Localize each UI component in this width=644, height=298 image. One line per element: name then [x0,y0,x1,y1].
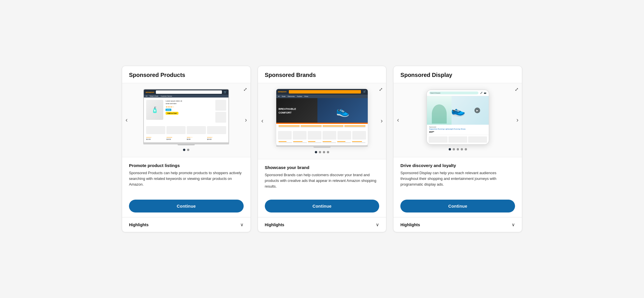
card-title-sponsored-products: Sponsored Products [129,72,244,78]
highlights-label-sp: Highlights [129,222,148,227]
dot-2-sp [187,149,189,151]
dot-4-sb [327,151,329,153]
dot-4-sd [461,148,463,150]
highlights-label-sd: Highlights [400,222,420,227]
sd-product-thumbs [427,135,489,144]
carousel-next-sponsored-brands[interactable]: › [378,115,385,127]
expand-sponsored-display[interactable]: ⤢ [515,87,518,92]
highlights-label-sb: Highlights [265,222,284,227]
card-title-sponsored-brands: Sponsored Brands [265,72,379,78]
card-description-sd: Sponsored Display can help you reach rel… [400,170,515,187]
expand-sponsored-products[interactable]: ⤢ [243,87,247,92]
card-image-section-sponsored-products: ‹ ⤢ amazon 🛒 All Today's Deals Customer … [122,83,251,157]
dot-1-sb [315,151,317,153]
chevron-down-icon-sp: ∨ [240,222,244,227]
card-footer-sp: Continue [122,195,251,217]
highlights-section-sd[interactable]: Highlights ∨ [393,217,522,232]
sb-mock-screen: amazon 🛒 All Deals Electronics Fashion P… [276,89,368,145]
sd-mock-screen: Search Amazon 🎤 📷 👟 ▶ Sponsored [426,90,489,145]
card-footer-sd: Continue [393,195,522,217]
chevron-down-icon-sd: ∨ [512,222,515,227]
dot-2-sd [453,148,455,150]
card-content-sponsored-products: Promote product listings Sponsored Produ… [122,157,251,195]
card-sponsored-display: Sponsored Display ‹ ⤢ Search Amazon 🎤 📷 [393,66,522,232]
carousel-dots-sp [183,149,189,151]
card-subtitle-sd: Drive discovery and loyalty [400,163,515,168]
chevron-down-icon-sb: ∨ [376,222,379,227]
card-image-section-sponsored-display: ‹ ⤢ Search Amazon 🎤 📷 👟 [393,83,522,157]
cart-icon-sp: 🛒 [224,91,227,94]
product-stars: ★★★★☆ [166,106,212,108]
card-subtitle-sb: Showcase your brand [265,165,379,170]
cart-icon-sb: 🛒 [363,90,366,93]
sd-hero-image: 👟 ▶ [427,96,489,125]
dot-1-sd [449,148,451,150]
carousel-next-sponsored-products[interactable]: › [243,114,249,126]
card-subtitle-sp: Promote product listings [129,163,244,168]
card-header-sponsored-display: Sponsored Display [393,66,522,83]
sd-product-info: Sponsored Supportive Running Lightweight… [427,125,489,135]
card-footer-sb: Continue [258,195,386,217]
carousel-dots-sb [315,151,329,153]
continue-button-sd[interactable]: Continue [400,200,515,212]
carousel-dots-sd [449,148,467,150]
card-header-sponsored-products: Sponsored Products [122,66,251,83]
card-header-sponsored-brands: Sponsored Brands [258,66,386,83]
carousel-next-sponsored-display[interactable]: › [514,114,521,126]
card-sponsored-products: Sponsored Products ‹ ⤢ amazon 🛒 All Toda [122,66,251,232]
continue-button-sp[interactable]: Continue [129,200,244,212]
cards-container: Sponsored Products ‹ ⤢ amazon 🛒 All Toda [122,66,522,232]
product-image-sp [146,100,163,120]
amazon-logo-sb: amazon [278,90,287,93]
carousel-prev-sponsored-display[interactable]: ‹ [395,114,401,126]
card-content-sponsored-brands: Showcase your brand Sponsored Brands can… [258,159,386,195]
highlights-section-sp[interactable]: Highlights ∨ [122,217,251,232]
expand-sponsored-brands[interactable]: ⤢ [379,87,383,92]
product-lorem-text: Lorem ipsum dolor sitamet sed dum [166,100,212,105]
prime-badge: prime [166,109,171,111]
amazon-logo-sp: amazon [146,91,154,94]
play-button-icon[interactable]: ▶ [474,108,480,113]
add-to-cart-btn[interactable]: Add to Cart [166,112,178,115]
card-description-sp: Sponsored Products can help promote prod… [129,170,244,187]
card-content-sponsored-display: Drive discovery and loyalty Sponsored Di… [393,157,522,195]
card-description-sb: Sponsored Brands can help customers disc… [265,172,379,189]
dot-3-sd [457,148,459,150]
highlights-section-sb[interactable]: Highlights ∨ [258,217,386,232]
carousel-prev-sponsored-brands[interactable]: ‹ [259,115,266,127]
card-title-sponsored-display: Sponsored Display [400,72,515,78]
carousel-prev-sponsored-products[interactable]: ‹ [123,114,130,126]
dot-1-sp [183,149,185,151]
continue-button-sb[interactable]: Continue [265,200,379,212]
card-sponsored-brands: Sponsored Brands ‹ ⤢ amazon 🛒 All Deals … [258,66,387,232]
dot-3-sb [323,151,325,153]
dot-2-sb [319,151,321,153]
dot-5-sd [465,148,467,150]
card-image-section-sponsored-brands: ‹ ⤢ amazon 🛒 All Deals Electronics Fashi… [258,83,386,159]
